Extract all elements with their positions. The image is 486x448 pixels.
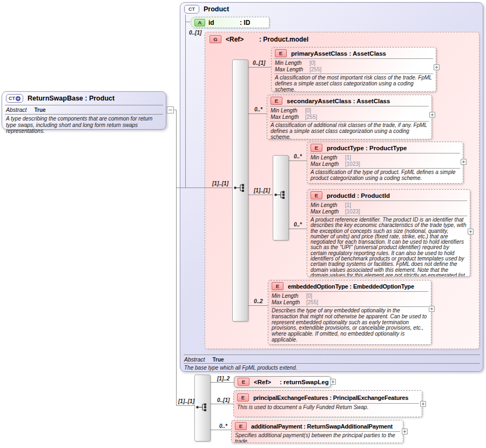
element-header: E primaryAssetClass : AssetClass (272, 48, 436, 58)
element-icon-label: E (239, 423, 242, 429)
max-length-value: [255] (305, 114, 317, 121)
connector-line (185, 22, 190, 22)
element-header: E embeddedOptionType : EmbeddedOptionTyp… (268, 280, 431, 291)
element-embeddedoptiontype[interactable]: E embeddedOptionType : EmbeddedOptionTyp… (268, 280, 431, 345)
returnswapbase-type-box[interactable]: CT ReturnSwapBase : Product Abstract Tru… (2, 91, 166, 130)
max-length-label: Max Length (310, 161, 345, 168)
element-icon-label: E (241, 394, 245, 400)
element-header: E productType : ProductType (307, 142, 463, 153)
element-header: E additionalPayment : ReturnSwapAddition… (232, 420, 403, 431)
min-length-label: Min Length (275, 60, 309, 66)
element-icon: E (271, 97, 282, 105)
sequence-icon[interactable] (233, 183, 247, 192)
element-description: Describes the type of any embedded optio… (268, 307, 431, 344)
element-header: E principalExchangeFeatures : PrincipalE… (234, 391, 422, 403)
element-icon-label: E (242, 379, 245, 385)
min-length-value: [1] (345, 155, 351, 161)
divider (5, 114, 163, 115)
expand-icon-secondaryassetclass[interactable] (429, 112, 435, 118)
sequence-icon[interactable] (274, 190, 288, 199)
complex-type-extension-icon: CT (6, 94, 23, 103)
element-name: embeddedOptionType : EmbeddedOptionType (288, 283, 414, 290)
expand-icon-returnswapleg[interactable] (330, 379, 336, 385)
min-length-label: Min Length (271, 108, 305, 114)
element-icon: E (235, 422, 247, 430)
element-principalexchangefeatures[interactable]: E principalExchangeFeatures : PrincipalE… (233, 390, 422, 417)
connector-line (185, 15, 186, 188)
collapse-handle[interactable] (167, 106, 174, 113)
connector-line (176, 188, 232, 188)
abstract-label: Abstract (6, 106, 27, 113)
product-footer-description: The base type which all FpML products ex… (184, 365, 476, 371)
min-length-value: [1] (345, 202, 351, 209)
element-name: additionalPayment : ReturnSwapAdditional… (251, 423, 393, 430)
divider (5, 105, 163, 105)
element-header: E <Ref>: returnSwapLeg (234, 377, 330, 387)
element-description: A classification of the type of product.… (307, 169, 463, 183)
max-length-value: [1023] (345, 161, 360, 168)
connector-line (176, 110, 177, 406)
occurs-label-inner-sequence: [1]..[1] (254, 188, 270, 193)
group-icon-label: G (213, 36, 217, 42)
element-icon: E (310, 144, 322, 152)
occurs-label-additionalpayment: 0..* (219, 423, 227, 429)
expand-icon-producttype[interactable] (461, 159, 467, 165)
expand-icon-principalexchangefeatures[interactable] (420, 401, 426, 407)
element-header: E productId : ProductId (307, 190, 470, 200)
occurs-label-embeddedoptiontype: 0..2 (254, 298, 263, 304)
facets: Min Length[0] Max Length[255] (267, 106, 431, 121)
min-length-label: Min Length (310, 155, 345, 161)
attribute-icon: A (194, 19, 205, 26)
element-description: A product reference identifier. The prod… (307, 216, 470, 277)
product-type-header: CT Product (184, 5, 229, 14)
complex-type-icon-label: CT (9, 96, 15, 101)
connector-line (176, 405, 194, 406)
max-length-label: Max Length (271, 114, 305, 121)
element-additionalpayment[interactable]: E additionalPayment : ReturnSwapAddition… (231, 420, 403, 443)
occurs-label-producttype: 0..* (294, 153, 302, 159)
extension-plus-icon (16, 96, 21, 101)
expand-icon-primaryassetclass[interactable] (434, 64, 440, 70)
element-name: <Ref>: returnSwapLeg (254, 379, 329, 385)
element-name: principalExchangeFeatures : PrincipalExc… (253, 394, 408, 401)
max-length-label: Max Length (310, 209, 345, 215)
element-icon: E (310, 191, 322, 199)
occurs-label-principalexchangefeatures: 0..[1] (217, 397, 230, 403)
element-icon-label: E (275, 98, 278, 104)
max-length-value: [255] (309, 66, 321, 73)
attribute-icon-label: A (198, 19, 202, 25)
product-type-title: Product (204, 5, 229, 13)
max-length-value: [255] (306, 299, 318, 306)
element-producttype[interactable]: E productType : ProductType Min Length[1… (307, 142, 463, 184)
occurs-label-productid: 0..* (294, 222, 302, 228)
element-description: A classification of additional risk clas… (267, 122, 431, 139)
expand-icon-productid[interactable] (468, 229, 474, 235)
group-name: <Ref> (226, 36, 255, 43)
element-icon: E (238, 378, 249, 386)
connector-line (211, 430, 231, 430)
max-length-value: [1023] (345, 209, 360, 215)
group-header: G <Ref> : Product.model (205, 32, 479, 43)
element-icon: E (275, 49, 287, 57)
sequence-icon[interactable] (195, 403, 210, 412)
expand-icon-embeddedoptiontype[interactable] (429, 306, 435, 312)
facets: Min Length[0] Max Length[255] (268, 292, 431, 306)
attribute-name: id (208, 19, 237, 26)
element-primaryassetclass[interactable]: E primaryAssetClass : AssetClass Min Len… (271, 47, 436, 92)
attribute-type: : ID (240, 19, 250, 26)
divider (184, 363, 480, 364)
product-abstract-row: Abstract True (184, 356, 224, 363)
expand-icon-additionalpayment[interactable] (402, 429, 408, 434)
min-length-label: Min Length (310, 202, 345, 209)
occurs-label-primaryassetclass: 0..[1] (253, 60, 265, 66)
facets: Min Length[1] Max Length[1023] (307, 153, 463, 168)
element-productid[interactable]: E productId : ProductId Min Length[1] Ma… (307, 189, 470, 277)
element-description: This is used to document a Fully Funded … (234, 404, 422, 412)
attribute-id-box[interactable]: A id : ID (191, 17, 269, 28)
complex-type-icon-label: CT (188, 6, 195, 12)
schema-diagram: CT Product A id : ID G <Ref> : Product.m… (0, 0, 486, 448)
element-secondaryassetclass[interactable]: E secondaryAssetClass : AssetClass Min L… (267, 95, 432, 139)
element-returnswapleg[interactable]: E <Ref>: returnSwapLeg (234, 376, 331, 387)
complex-type-icon: CT (184, 5, 199, 14)
base-abstract-row: Abstract True (6, 106, 46, 113)
